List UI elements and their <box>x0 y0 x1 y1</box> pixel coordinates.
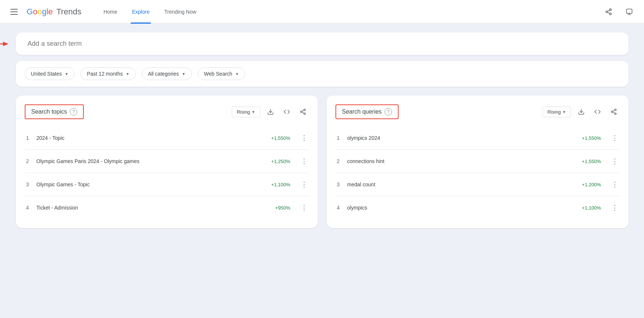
location-label: United States <box>31 71 62 77</box>
topics-card-actions: Rising ▼ <box>232 106 309 118</box>
filter-bar: United States ▼ Past 12 months ▼ All cat… <box>16 61 628 87</box>
topics-card: Search topics ? Rising ▼ <box>16 96 318 228</box>
category-label: All categories <box>148 71 179 77</box>
queries-title-box: Search queries ? <box>335 104 399 119</box>
topics-sort-label: Rising <box>237 109 250 115</box>
share-button[interactable] <box>601 4 616 19</box>
topics-help-icon[interactable]: ? <box>70 108 77 115</box>
item-menu-button[interactable]: ⋮ <box>299 179 309 190</box>
svg-line-14 <box>302 112 304 113</box>
queries-share-button[interactable] <box>608 106 620 118</box>
header: Google Trends Home Explore Trending Now <box>0 0 644 24</box>
item-menu-button[interactable]: ⋮ <box>299 156 309 167</box>
hamburger-menu[interactable] <box>7 6 21 18</box>
item-name: olympics 2024 <box>347 135 576 141</box>
time-label: Past 12 months <box>87 71 123 77</box>
item-rank: 4 <box>25 205 31 211</box>
topics-sort-chevron: ▼ <box>252 110 255 114</box>
item-name: Olympic Games - Topic <box>37 182 265 187</box>
svg-line-21 <box>613 110 614 111</box>
list-item: 1 olympics 2024 +1,550% ⋮ <box>335 127 620 150</box>
category-filter[interactable]: All categories ▼ <box>142 68 192 80</box>
location-filter[interactable]: United States ▼ <box>25 68 75 80</box>
item-change: +1,550% <box>582 135 601 141</box>
topics-download-button[interactable] <box>265 106 276 118</box>
category-chevron: ▼ <box>182 72 186 76</box>
trends-logo-text: Trends <box>54 7 81 17</box>
queries-title: Search queries <box>342 108 382 115</box>
cards-area: Search topics ? Rising ▼ <box>16 96 628 228</box>
item-name: medal count <box>347 182 576 187</box>
topics-title-box: Search topics ? <box>25 104 84 119</box>
item-change: +1,100% <box>582 205 601 211</box>
feedback-button[interactable] <box>622 4 637 19</box>
svg-line-4 <box>607 10 610 11</box>
item-menu-button[interactable]: ⋮ <box>610 156 620 167</box>
svg-line-20 <box>613 112 614 113</box>
list-item: 4 Ticket - Admission +950% ⋮ <box>25 196 309 219</box>
item-change: +1,550% <box>271 135 290 141</box>
item-rank: 1 <box>25 135 31 141</box>
item-change: +1,250% <box>271 159 290 164</box>
search-input[interactable] <box>28 40 617 48</box>
queries-sort-label: Rising <box>547 109 561 115</box>
queries-embed-button[interactable] <box>592 106 603 118</box>
list-item: 2 connections hint +1,550% ⋮ <box>335 150 620 173</box>
nav-trending-now[interactable]: Trending Now <box>163 0 198 24</box>
location-chevron: ▼ <box>65 72 69 76</box>
topics-share-button[interactable] <box>297 106 309 118</box>
item-change: +950% <box>275 205 290 211</box>
topics-list: 1 2024 - Topic +1,550% ⋮ 2 Olympic Games… <box>25 127 309 219</box>
queries-card-header: Search queries ? Rising ▼ <box>335 104 620 119</box>
google-trends-logo[interactable]: Google Trends <box>27 7 81 17</box>
item-menu-button[interactable]: ⋮ <box>299 202 309 213</box>
queries-list: 1 olympics 2024 +1,550% ⋮ 2 connections … <box>335 127 620 219</box>
type-filter[interactable]: Web Search ▼ <box>198 68 245 80</box>
header-left: Google Trends Home Explore Trending Now <box>7 0 198 24</box>
list-item: 4 olympics +1,100% ⋮ <box>335 196 620 219</box>
header-right <box>601 4 637 19</box>
type-chevron: ▼ <box>235 72 239 76</box>
red-arrow-annotation <box>0 40 8 48</box>
item-change: +1,200% <box>582 182 601 187</box>
item-rank: 1 <box>335 135 341 141</box>
svg-line-15 <box>302 110 304 111</box>
queries-sort-chevron: ▼ <box>562 110 566 114</box>
item-rank: 3 <box>25 182 31 187</box>
list-item: 2 Olympic Games Paris 2024 - Olympic gam… <box>25 150 309 173</box>
time-filter[interactable]: Past 12 months ▼ <box>80 68 135 80</box>
topics-card-header: Search topics ? Rising ▼ <box>25 104 309 119</box>
item-rank: 2 <box>25 158 31 164</box>
item-rank: 4 <box>335 205 341 211</box>
topics-embed-button[interactable] <box>281 106 293 118</box>
queries-sort-dropdown[interactable]: Rising ▼ <box>543 107 571 117</box>
main-nav: Home Explore Trending Now <box>102 0 197 24</box>
item-name: 2024 - Topic <box>37 135 265 141</box>
item-name: Ticket - Admission <box>37 205 269 211</box>
list-item: 3 Olympic Games - Topic +1,100% ⋮ <box>25 173 309 196</box>
item-menu-button[interactable]: ⋮ <box>610 179 620 190</box>
nav-explore[interactable]: Explore <box>131 0 151 24</box>
item-name: connections hint <box>347 158 576 164</box>
nav-home[interactable]: Home <box>102 0 118 24</box>
item-menu-button[interactable]: ⋮ <box>299 132 309 144</box>
svg-line-3 <box>607 12 610 13</box>
item-change: +1,100% <box>271 182 290 187</box>
queries-download-button[interactable] <box>575 106 587 118</box>
item-name: Olympic Games Paris 2024 - Olympic games <box>37 158 265 164</box>
item-change: +1,550% <box>582 159 601 164</box>
queries-card-actions: Rising ▼ <box>543 106 619 118</box>
item-menu-button[interactable]: ⋮ <box>610 202 620 213</box>
item-name: olympics <box>347 205 576 211</box>
topics-sort-dropdown[interactable]: Rising ▼ <box>232 107 260 117</box>
svg-rect-5 <box>627 9 632 13</box>
list-item: 1 2024 - Topic +1,550% ⋮ <box>25 127 309 150</box>
item-rank: 3 <box>335 182 341 187</box>
list-item: 3 medal count +1,200% ⋮ <box>335 173 620 196</box>
time-chevron: ▼ <box>126 72 130 76</box>
search-area <box>16 32 628 55</box>
item-rank: 2 <box>335 158 341 164</box>
item-menu-button[interactable]: ⋮ <box>610 132 620 144</box>
queries-help-icon[interactable]: ? <box>385 108 392 115</box>
queries-card: Search queries ? Rising ▼ <box>327 96 628 228</box>
